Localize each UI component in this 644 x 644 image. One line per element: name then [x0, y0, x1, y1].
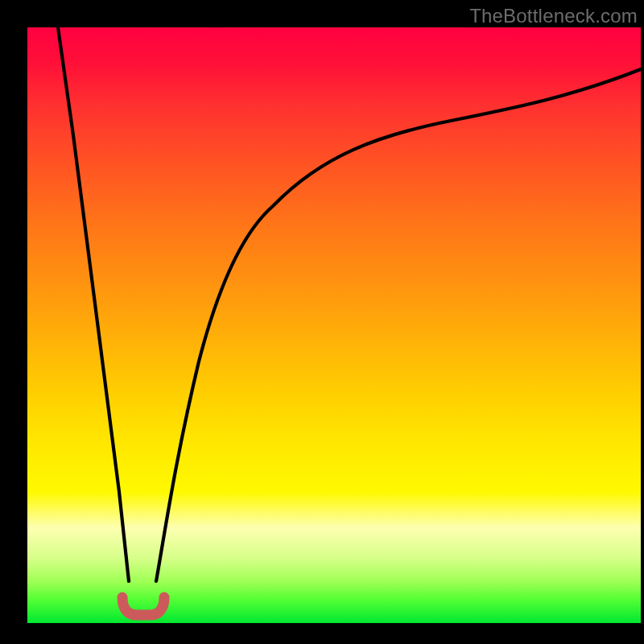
left-branch-line [58, 27, 129, 581]
valley-marker [122, 597, 164, 615]
right-branch-line [156, 69, 641, 581]
chart-frame: TheBottleneck.com [0, 0, 644, 644]
chart-curves [0, 0, 644, 644]
